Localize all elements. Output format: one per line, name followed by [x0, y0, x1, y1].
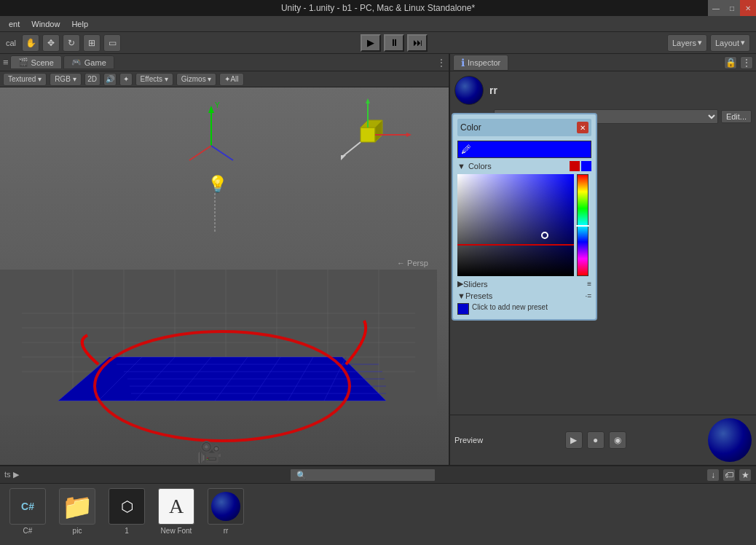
color-preview: [474, 141, 588, 157]
maximize-button[interactable]: □: [724, 0, 740, 16]
toolbar: cal ✋ ✥ ↻ ⊞ ▭ ▶ ⏸ ⏭ Layers ▾ Layout ▾: [0, 32, 756, 54]
menubar: ent Window Help: [0, 16, 756, 32]
asset-action-2[interactable]: 🏷: [722, 468, 736, 482]
rr-label: rr: [224, 527, 229, 535]
scene-panel-options[interactable]: ⋮: [437, 58, 446, 68]
rotate-tool-button[interactable]: ↻: [63, 34, 80, 52]
main-area: ≡ 🎬 Scene 🎮 Game ⋮ Textured ▾ RGB ▾ 2D 🔊…: [0, 54, 756, 465]
asset-toolbar: ts ▶ ↓ 🏷 ★: [0, 466, 756, 484]
inspector-tabs: ℹ Inspector 🔒 ⋮: [450, 54, 756, 71]
gradient-red-line: [457, 244, 574, 246]
info-icon: ℹ: [461, 57, 465, 68]
presets-grid: Click to add new preset: [457, 303, 591, 315]
tab-scene[interactable]: 🎬 Scene: [10, 55, 62, 69]
layout-dropdown[interactable]: Layout ▾: [710, 34, 750, 52]
colors-label: ▼ Colors: [457, 161, 591, 171]
close-button[interactable]: ✕: [740, 0, 756, 16]
lock-button[interactable]: 🔒: [724, 56, 737, 69]
csharp-label: C#: [23, 527, 33, 535]
csharp-icon: C#: [9, 488, 46, 525]
material-name: rr: [489, 85, 497, 96]
fx-toggle[interactable]: ✦: [119, 73, 133, 86]
gradient-cursor: [541, 232, 548, 239]
preview-material-ball: [708, 418, 752, 462]
asset-action-3[interactable]: ★: [739, 468, 752, 482]
inspector-actions: 🔒 ⋮: [724, 56, 753, 69]
rr-ball-icon: [208, 488, 244, 525]
hue-cursor: [576, 225, 589, 227]
scene-panel: ≡ 🎬 Scene 🎮 Game ⋮ Textured ▾ RGB ▾ 2D 🔊…: [0, 54, 450, 465]
asset-action-1[interactable]: ↓: [706, 468, 720, 482]
step-button[interactable]: ⏭: [407, 34, 428, 52]
toolbar-left: cal ✋ ✥ ↻ ⊞ ▭: [6, 34, 121, 52]
scene-view[interactable]: Y: [0, 87, 449, 465]
svg-text:Y: Y: [215, 101, 220, 109]
asset-item-csharp[interactable]: C# C#: [6, 488, 50, 535]
material-header: rr: [454, 76, 752, 105]
asset-item-pic[interactable]: 📁 pic: [55, 488, 99, 535]
menu-item-window[interactable]: Window: [25, 18, 66, 30]
dark-gradient: [457, 174, 574, 276]
asset-item-unity[interactable]: ⬡ 1: [105, 488, 149, 535]
panel-menu-icon[interactable]: ≡: [3, 57, 9, 68]
toolbar-right: Layers ▾ Layout ▾: [667, 34, 750, 52]
rgb-dropdown[interactable]: RGB ▾: [50, 73, 81, 86]
hand-tool-button[interactable]: ✋: [22, 34, 39, 52]
rect-tool-button[interactable]: ▭: [103, 34, 121, 52]
toolbar-center: ▶ ⏸ ⏭: [361, 34, 428, 52]
asset-search-input[interactable]: [290, 468, 436, 482]
tab-inspector[interactable]: ℹ Inspector: [453, 55, 508, 71]
preview-play[interactable]: ▶: [565, 431, 583, 449]
preview-options[interactable]: ●: [587, 431, 605, 449]
asset-item-rr[interactable]: rr: [204, 488, 248, 535]
hue-bar[interactable]: [577, 174, 588, 276]
effects-dropdown[interactable]: Effects ▾: [135, 73, 173, 86]
all-dropdown[interactable]: ✦All: [219, 73, 243, 86]
local-label: cal: [6, 39, 16, 47]
bottom-area: ts ▶ ↓ 🏷 ★ C# C# 📁 pic ⬡ 1 A New Font: [0, 465, 756, 545]
preview-extra[interactable]: ◉: [609, 431, 626, 449]
scene-toolbar: Textured ▾ RGB ▾ 2D 🔊 ✦ Effects ▾ Gizmos…: [0, 71, 449, 87]
color-picker-close[interactable]: ✕: [577, 122, 588, 133]
presets-section: ▼ Presets ·= Click to add new preset: [457, 291, 591, 315]
svg-text:💡: 💡: [208, 174, 228, 194]
font-icon: A: [158, 488, 194, 525]
shading-dropdown[interactable]: Textured ▾: [3, 73, 47, 86]
scale-tool-button[interactable]: ⊞: [83, 34, 101, 52]
move-tool-button[interactable]: ✥: [42, 34, 60, 52]
slider-icon: ≡: [587, 280, 591, 288]
color-gradient[interactable]: [457, 174, 574, 276]
color-picker-title: Color ✕: [457, 119, 591, 136]
unity-icon: ⬡: [109, 488, 145, 525]
unity-label: 1: [125, 527, 129, 535]
title-text: Unity - 1.unity - b1 - PC, Mac & Linux S…: [281, 3, 475, 13]
color-swatches-small: [570, 161, 591, 171]
inspector-panel: ℹ Inspector 🔒 ⋮ rr Shader Diffuse Edit..…: [450, 54, 756, 465]
audio-toggle[interactable]: 🔊: [103, 73, 117, 86]
tab-game[interactable]: 🎮 Game: [63, 55, 114, 69]
menu-item-edit[interactable]: ent: [3, 18, 25, 30]
asset-item-font[interactable]: A New Font: [154, 488, 198, 535]
2d-toggle[interactable]: 2D: [84, 73, 101, 86]
svg-rect-33: [361, 128, 375, 142]
scene-tabs: ≡ 🎬 Scene 🎮 Game ⋮: [0, 54, 449, 71]
gizmos-dropdown[interactable]: Gizmos ▾: [176, 73, 217, 86]
play-button[interactable]: ▶: [361, 34, 381, 52]
swatch-blue[interactable]: [581, 161, 591, 171]
add-preset-text[interactable]: Click to add new preset: [472, 303, 548, 315]
edit-shader-button[interactable]: Edit...: [721, 110, 752, 123]
menu-item-help[interactable]: Help: [66, 18, 94, 30]
preset-blue[interactable]: [457, 303, 469, 315]
layers-dropdown[interactable]: Layers ▾: [667, 34, 707, 52]
color-preview-bar: 🖉: [457, 141, 591, 158]
preview-controls: ▶ ● ◉: [565, 431, 626, 449]
pause-button[interactable]: ⏸: [384, 34, 404, 52]
scene-icon: 🎬: [18, 58, 28, 67]
eyedropper-icon[interactable]: 🖉: [461, 144, 471, 155]
material-preview-ball: [454, 76, 484, 105]
minimize-button[interactable]: —: [708, 0, 724, 16]
preview-section: Preview ▶ ● ◉: [450, 415, 756, 465]
swatch-red[interactable]: [570, 161, 580, 171]
inspector-menu[interactable]: ⋮: [740, 56, 753, 69]
folder-icon: 📁: [59, 488, 95, 525]
